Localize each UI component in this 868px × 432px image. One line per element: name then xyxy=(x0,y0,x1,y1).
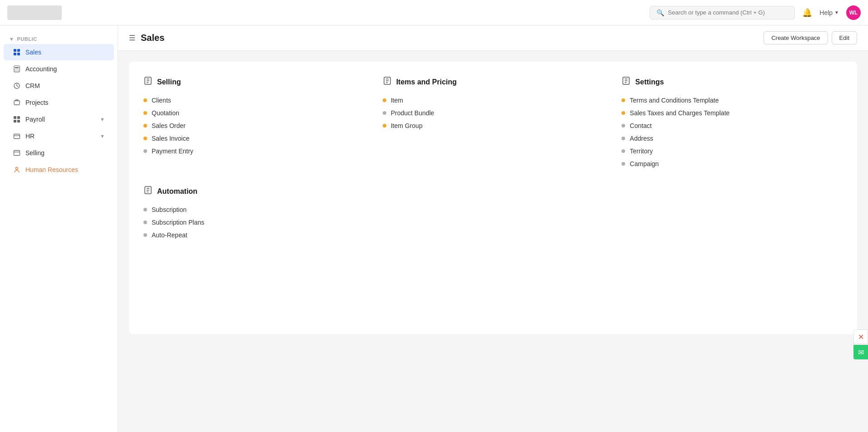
sidebar-item-human-resources-label: Human Resources xyxy=(25,166,78,173)
search-icon: 🔍 xyxy=(656,9,664,16)
item-label: Sales Order xyxy=(152,122,186,129)
sidebar-item-accounting[interactable]: Accounting xyxy=(4,61,114,77)
list-item[interactable]: Sales Invoice xyxy=(143,135,365,142)
sidebar-section-public[interactable]: ▼ PUBLIC xyxy=(0,33,118,44)
items-pricing-module-title: Items and Pricing xyxy=(383,76,604,88)
page-layout: ▼ PUBLIC Sales Accounting CRM xyxy=(0,25,868,432)
human-resources-icon xyxy=(13,166,21,174)
settings-module: Settings Terms and Conditions Template S… xyxy=(621,76,843,167)
main-area: ☰ Sales Create Workspace Edit xyxy=(118,25,868,432)
list-item[interactable]: Sales Order xyxy=(143,122,365,129)
list-item[interactable]: Clients xyxy=(143,97,365,104)
sidebar: ▼ PUBLIC Sales Accounting CRM xyxy=(0,25,118,432)
sidebar-item-sales[interactable]: Sales xyxy=(4,44,114,60)
dot-icon xyxy=(143,221,147,224)
hr-chevron-icon: ▼ xyxy=(100,133,105,139)
item-label: Subscription xyxy=(152,206,187,213)
list-item[interactable]: Subscription xyxy=(143,206,843,213)
automation-module-icon xyxy=(143,186,153,197)
list-item[interactable]: Contact xyxy=(621,122,843,129)
automation-list: Subscription Subscription Plans Auto-Rep… xyxy=(143,206,843,239)
svg-rect-13 xyxy=(14,101,20,105)
notifications-icon[interactable]: 🔔 xyxy=(802,8,812,18)
list-item[interactable]: Subscription Plans xyxy=(143,219,843,226)
sidebar-item-hr[interactable]: HR ▼ xyxy=(4,128,114,144)
sidebar-item-sales-label: Sales xyxy=(25,49,41,56)
sidebar-item-human-resources[interactable]: Human Resources xyxy=(4,162,114,178)
selling-module-title-label: Selling xyxy=(157,78,181,86)
list-item[interactable]: Quotation xyxy=(143,109,365,117)
svg-rect-1 xyxy=(17,49,20,52)
list-item[interactable]: Sales Taxes and Charges Template xyxy=(621,109,843,117)
item-label: Contact xyxy=(630,122,651,129)
dot-icon xyxy=(383,124,386,128)
sidebar-item-payroll[interactable]: Payroll ▼ xyxy=(4,111,114,128)
dot-icon xyxy=(621,137,625,140)
dot-icon xyxy=(143,208,147,211)
edit-button[interactable]: Edit xyxy=(832,31,857,44)
svg-rect-2 xyxy=(14,53,16,55)
sidebar-item-selling[interactable]: Selling xyxy=(4,145,114,161)
help-chevron-icon: ▼ xyxy=(834,10,839,15)
dot-icon xyxy=(143,111,147,115)
help-label: Help xyxy=(819,9,833,16)
list-item[interactable]: Terms and Conditions Template xyxy=(621,97,843,104)
search-bar[interactable]: 🔍 xyxy=(650,6,795,20)
search-input[interactable] xyxy=(668,9,788,16)
list-item[interactable]: Auto-Repeat xyxy=(143,231,843,239)
list-item[interactable]: Campaign xyxy=(621,160,843,167)
list-item[interactable]: Address xyxy=(621,135,843,142)
automation-title-label: Automation xyxy=(157,187,197,196)
dot-icon xyxy=(383,111,386,115)
settings-module-icon xyxy=(621,76,631,88)
svg-rect-18 xyxy=(14,134,20,139)
list-item[interactable]: Territory xyxy=(621,147,843,155)
item-label: Product Bundle xyxy=(391,109,434,117)
payroll-icon xyxy=(13,115,21,123)
sidebar-item-projects[interactable]: Projects xyxy=(4,94,114,111)
sidebar-item-hr-label: HR xyxy=(25,133,35,140)
floating-close-button[interactable]: ✕ xyxy=(853,329,868,344)
dot-icon xyxy=(143,233,147,237)
hamburger-icon[interactable]: ☰ xyxy=(129,34,135,42)
calculator-icon xyxy=(13,65,21,73)
header-actions: Create Workspace Edit xyxy=(764,31,857,44)
svg-rect-0 xyxy=(14,49,16,52)
create-workspace-button[interactable]: Create Workspace xyxy=(764,31,828,44)
sidebar-item-crm[interactable]: CRM xyxy=(4,78,114,94)
settings-list: Terms and Conditions Template Sales Taxe… xyxy=(621,97,843,167)
svg-rect-3 xyxy=(17,53,20,55)
crm-icon xyxy=(13,82,21,90)
selling-items-list: Clients Quotation Sales Order xyxy=(143,97,365,155)
page-title: Sales xyxy=(141,33,164,43)
item-label: Territory xyxy=(630,147,653,155)
floating-info-button[interactable]: ✉ xyxy=(853,345,868,359)
svg-rect-14 xyxy=(14,116,16,119)
settings-module-title: Settings xyxy=(621,76,843,88)
dot-icon xyxy=(383,98,386,102)
settings-title-label: Settings xyxy=(635,78,664,86)
item-label: Auto-Repeat xyxy=(152,231,187,239)
list-item[interactable]: Payment Entry xyxy=(143,147,365,155)
dot-icon xyxy=(621,124,625,128)
sidebar-section-label: PUBLIC xyxy=(17,36,37,42)
list-item[interactable]: Item xyxy=(383,97,604,104)
item-label: Payment Entry xyxy=(152,147,193,155)
selling-icon xyxy=(13,149,21,157)
dot-icon xyxy=(621,162,625,166)
projects-icon xyxy=(13,98,21,107)
selling-module-title: Selling xyxy=(143,76,365,88)
list-item[interactable]: Item Group xyxy=(383,122,604,129)
items-pricing-title-label: Items and Pricing xyxy=(396,78,457,86)
help-button[interactable]: Help ▼ xyxy=(819,9,839,16)
selling-module-icon xyxy=(143,76,153,88)
payroll-chevron-icon: ▼ xyxy=(100,117,105,122)
dot-icon xyxy=(143,98,147,102)
list-item[interactable]: Product Bundle xyxy=(383,109,604,117)
sidebar-item-crm-label: CRM xyxy=(25,82,40,89)
modules-grid: Selling Clients Quotation xyxy=(143,76,843,167)
svg-point-9 xyxy=(15,71,16,72)
item-label: Quotation xyxy=(152,109,179,117)
automation-module-title: Automation xyxy=(143,186,843,197)
avatar[interactable]: WL xyxy=(846,5,861,20)
